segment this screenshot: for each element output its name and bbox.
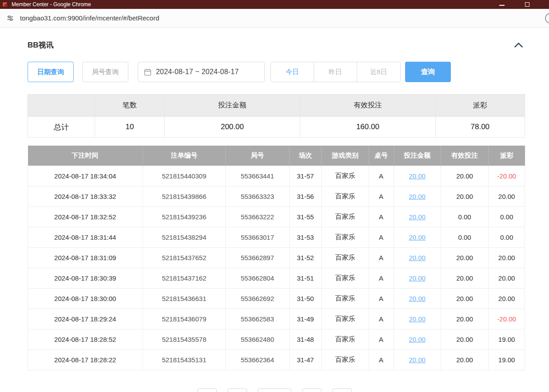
session: 31-51 — [289, 268, 322, 288]
page-title: BB视讯 — [28, 40, 54, 50]
quick-today-button[interactable]: 今日 — [271, 62, 314, 82]
game-type: 百家乐 — [322, 329, 369, 349]
summary-header-row: 笔数投注金额有效投注派彩 — [28, 95, 525, 117]
site-settings-icon[interactable] — [4, 12, 16, 24]
round-number: 553663323 — [226, 186, 289, 206]
bet-amount-link[interactable]: 20.00 — [409, 315, 426, 323]
round-number: 553662692 — [226, 288, 289, 309]
summary-column-header — [28, 95, 95, 117]
table-row: 2024-08-17 18:32:52521815439236553663222… — [28, 206, 525, 227]
bet-record-page: BB视讯 日期查询 局号查询 2024-08-17 ~ — [0, 28, 549, 392]
payout: -20.00 — [489, 166, 525, 186]
summary-column-header: 有效投注 — [300, 95, 435, 117]
payout: 20.00 — [489, 288, 525, 309]
date-range-input[interactable]: 2024-08-17 ~ 2024-08-17 — [138, 62, 265, 82]
address-url[interactable]: tongbao31.com:9900/infe/mcenter/#/betRec… — [20, 14, 159, 22]
table-code: A — [369, 288, 394, 309]
column-header: 下注时间 — [28, 146, 143, 166]
valid-bet: 0.00 — [441, 227, 488, 247]
minimize-button[interactable] — [499, 3, 505, 6]
app-icon — [2, 2, 8, 8]
column-header: 派彩 — [489, 146, 525, 166]
search-button[interactable]: 查询 — [405, 62, 451, 82]
table-code: A — [369, 309, 394, 329]
bet-time: 2024-08-17 18:29:24 — [28, 309, 143, 329]
round-number: 553662804 — [226, 268, 289, 288]
summary-value: 78.00 — [435, 117, 525, 138]
bet-amount: 20.00 — [394, 206, 441, 227]
round-number: 553662897 — [226, 247, 289, 268]
table-code: A — [369, 329, 394, 349]
collapse-chevron-icon[interactable] — [512, 41, 525, 49]
column-header: 注单编号 — [143, 146, 226, 166]
column-header: 游戏类别 — [322, 146, 369, 166]
bet-amount-link[interactable]: 20.00 — [409, 274, 426, 282]
bet-amount: 20.00 — [394, 288, 441, 309]
column-header: 有效投注 — [441, 146, 488, 166]
bet-time: 2024-08-17 18:28:22 — [28, 349, 143, 370]
bet-amount-link[interactable]: 20.00 — [409, 193, 426, 200]
valid-bet: 20.00 — [441, 166, 488, 186]
column-header: 局号 — [226, 146, 289, 166]
bet-time: 2024-08-17 18:31:44 — [28, 227, 143, 247]
session: 31-48 — [289, 329, 322, 349]
session: 31-47 — [289, 349, 322, 370]
bet-amount-link[interactable]: 20.00 — [409, 234, 426, 241]
column-header: 投注金额 — [394, 146, 441, 166]
table-row: 2024-08-17 18:31:09521815437652553662897… — [28, 247, 525, 268]
session: 31-52 — [289, 247, 322, 268]
table-code: A — [369, 247, 394, 268]
bet-table-header-row: 下注时间注单编号局号场次游戏类别桌号投注金额有效投注派彩 — [28, 146, 525, 166]
payout: 20.00 — [489, 247, 525, 268]
bet-time: 2024-08-17 18:31:09 — [28, 247, 143, 268]
session: 31-55 — [289, 206, 322, 227]
bet-table: 下注时间注单编号局号场次游戏类别桌号投注金额有效投注派彩 2024-08-17 … — [28, 146, 525, 370]
bet-amount: 20.00 — [394, 166, 441, 186]
game-type: 百家乐 — [322, 268, 369, 288]
pagination-prev-button[interactable] — [197, 388, 217, 392]
bet-amount: 20.00 — [394, 186, 441, 206]
tab-round-query[interactable]: 局号查询 — [82, 62, 128, 82]
payout: 20.00 — [489, 186, 525, 206]
bet-number: 521815436079 — [143, 309, 226, 329]
tab-date-query[interactable]: 日期查询 — [28, 62, 74, 82]
bet-amount-link[interactable]: 20.00 — [409, 336, 426, 343]
table-row: 2024-08-17 18:30:00521815436631553662692… — [28, 288, 525, 309]
bet-amount-link[interactable]: 20.00 — [409, 172, 426, 180]
bet-time: 2024-08-17 18:34:04 — [28, 166, 143, 186]
round-number: 553663017 — [226, 227, 289, 247]
column-header: 场次 — [289, 146, 322, 166]
table-code: A — [369, 206, 394, 227]
summary-data-row: 总计10200.00160.0078.00 — [28, 117, 525, 138]
pagination-jump-input[interactable] — [332, 388, 352, 392]
pagination-size-select[interactable] — [258, 388, 291, 392]
table-row: 2024-08-17 18:34:04521815440309553663441… — [28, 166, 525, 186]
bet-number: 521815435578 — [143, 329, 226, 349]
maximize-button[interactable] — [525, 2, 529, 7]
table-row: 2024-08-17 18:31:44521815438294553663017… — [28, 227, 525, 247]
bet-amount-link[interactable]: 20.00 — [409, 295, 426, 302]
table-row: 2024-08-17 18:33:32521815439866553663323… — [28, 186, 525, 206]
summary-column-header: 笔数 — [95, 95, 165, 117]
bet-amount-link[interactable]: 20.00 — [409, 356, 426, 364]
pagination-next-button[interactable] — [302, 388, 322, 392]
quick-8days-button[interactable]: 近8日 — [357, 62, 400, 82]
bet-number: 521815439866 — [143, 186, 226, 206]
pagination-page-button[interactable] — [227, 388, 247, 392]
bet-number: 521815438294 — [143, 227, 226, 247]
bet-number: 521815436631 — [143, 288, 226, 309]
quick-yesterday-button[interactable]: 昨日 — [314, 62, 357, 82]
date-range-value: 2024-08-17 ~ 2024-08-17 — [156, 68, 239, 76]
game-type: 百家乐 — [322, 247, 369, 268]
valid-bet: 20.00 — [441, 268, 488, 288]
summary-row-label: 总计 — [28, 117, 95, 138]
game-type: 百家乐 — [322, 288, 369, 309]
bet-amount: 20.00 — [394, 309, 441, 329]
table-code: A — [369, 166, 394, 186]
bet-amount-link[interactable]: 20.00 — [409, 254, 426, 261]
browser-avatar[interactable] — [545, 13, 549, 24]
valid-bet: 20.00 — [441, 186, 488, 206]
summary-column-header: 派彩 — [435, 95, 525, 117]
bet-amount-link[interactable]: 20.00 — [409, 213, 426, 221]
session: 31-50 — [289, 288, 322, 309]
